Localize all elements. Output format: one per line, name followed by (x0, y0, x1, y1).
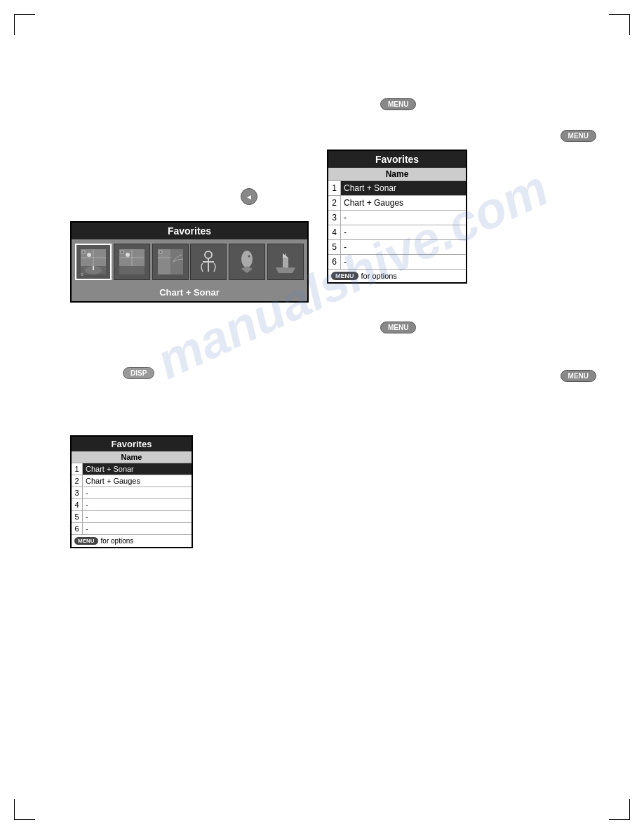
favorites-large-row-3-name: - (341, 211, 466, 225)
svg-rect-21 (170, 249, 183, 274)
favorites-small-row-5-num: 5 (72, 511, 83, 522)
corner-mark-bl (14, 799, 35, 820)
svg-rect-16 (119, 266, 145, 274)
menu-button-mid-right[interactable]: MENU (561, 370, 596, 382)
svg-rect-35 (283, 258, 288, 267)
favorites-small-row-4[interactable]: 4 - (72, 498, 192, 510)
svg-marker-34 (276, 267, 295, 273)
back-button[interactable]: ◄ (241, 188, 257, 205)
favorites-small-col-header: Name (72, 451, 192, 463)
corner-mark-br (609, 799, 630, 820)
favorites-small-row-1[interactable]: 1 Chart + Sonar (72, 463, 192, 475)
favorites-small-panel: Favorites Name 1 Chart + Sonar 2 Chart +… (70, 435, 193, 548)
favorites-small-row-1-num: 1 (72, 463, 83, 475)
favorite-icon-1[interactable]: G (75, 244, 112, 280)
favorites-large-row-4[interactable]: 4 - (328, 225, 466, 239)
disp-button[interactable]: DISP (123, 367, 154, 379)
corner-mark-tr (609, 14, 630, 35)
favorites-large-row-1[interactable]: 1 Chart + Sonar (328, 180, 466, 195)
favorites-large-row-2-num: 2 (328, 196, 341, 210)
favorites-small-row-2-name: Chart + Gauges (83, 475, 192, 486)
favorites-small-footer: MENU for options (72, 534, 192, 547)
favorites-small-row-5[interactable]: 5 - (72, 510, 192, 522)
favorites-large-row-6[interactable]: 6 - (328, 254, 466, 269)
favorites-small-row-3-num: 3 (72, 487, 83, 498)
favorites-small-footer-text: for options (101, 537, 134, 545)
svg-point-32 (248, 256, 250, 258)
favorites-large-row-1-num: 1 (328, 181, 341, 195)
favorites-icons-title: Favorites (72, 223, 307, 239)
favorites-large-row-3[interactable]: 3 - (328, 210, 466, 225)
menu-button-right[interactable]: MENU (561, 130, 596, 142)
favorites-small-row-6-num: 6 (72, 523, 83, 534)
favorites-large-panel: Favorites Name 1 Chart + Sonar 2 Chart +… (327, 150, 467, 284)
favorite-icon-4[interactable] (190, 244, 227, 280)
menu-button-mid[interactable]: MENU (380, 322, 416, 333)
favorites-small-row-2[interactable]: 2 Chart + Gauges (72, 475, 192, 486)
svg-point-15 (126, 253, 130, 257)
favorites-small-title: Favorites (72, 437, 192, 451)
svg-point-9 (83, 251, 85, 253)
favorites-large-row-3-num: 3 (328, 211, 341, 225)
favorites-small-row-4-name: - (83, 499, 192, 510)
favorites-large-row-5[interactable]: 5 - (328, 239, 466, 254)
favorites-small-row-3[interactable]: 3 - (72, 486, 192, 498)
favorites-icons-label: Chart + Sonar (72, 284, 307, 301)
svg-point-4 (87, 253, 91, 257)
favorites-small-row-3-name: - (83, 487, 192, 498)
favorites-large-footer-menu-btn: MENU (331, 272, 358, 280)
favorite-icon-5[interactable] (229, 244, 265, 280)
favorites-small-row-2-num: 2 (72, 475, 83, 486)
favorites-small-row-4-num: 4 (72, 499, 83, 510)
favorites-large-footer: MENU for options (328, 269, 466, 282)
favorite-icon-3[interactable] (152, 244, 189, 280)
favorites-small-row-5-name: - (83, 511, 192, 522)
favorites-large-row-2-name: Chart + Gauges (341, 196, 466, 210)
favorites-small-row-1-name: Chart + Sonar (83, 463, 192, 475)
favorites-small-row-6-name: - (83, 523, 192, 534)
favorites-large-row-5-num: 5 (328, 240, 341, 254)
favorites-large-row-1-name: Chart + Sonar (341, 181, 466, 195)
favorites-large-title: Favorites (328, 151, 466, 168)
favorites-large-row-2[interactable]: 2 Chart + Gauges (328, 195, 466, 210)
favorites-large-footer-text: for options (361, 272, 397, 280)
corner-mark-tl (14, 14, 35, 35)
favorites-large-row-6-num: 6 (328, 255, 341, 269)
favorites-large-row-5-name: - (341, 240, 466, 254)
svg-text:G: G (81, 272, 83, 277)
favorites-small-row-6[interactable]: 6 - (72, 522, 192, 534)
favorites-large-row-6-name: - (341, 255, 466, 269)
favorite-icon-2[interactable] (114, 244, 150, 280)
favorites-large-col-header: Name (328, 168, 466, 180)
svg-point-24 (159, 251, 161, 253)
favorites-large-row-4-num: 4 (328, 225, 341, 239)
svg-point-18 (121, 251, 123, 253)
favorites-icons-row: G (72, 239, 307, 284)
favorites-icons-panel: Favorites G (70, 221, 309, 303)
svg-point-30 (241, 251, 253, 267)
menu-button-top[interactable]: MENU (380, 98, 416, 110)
favorites-small-footer-menu-btn: MENU (74, 537, 98, 545)
favorites-large-row-4-name: - (341, 225, 466, 239)
favorite-icon-6[interactable] (267, 244, 304, 280)
